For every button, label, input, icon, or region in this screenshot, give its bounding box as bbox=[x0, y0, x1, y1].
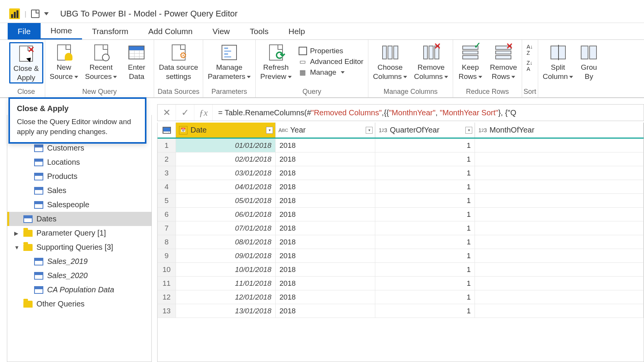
table-row[interactable]: 1010/01/201820181 bbox=[158, 263, 644, 277]
qat-customize-caret-icon[interactable] bbox=[44, 12, 49, 15]
properties-button[interactable]: Properties bbox=[299, 47, 363, 55]
table-row[interactable]: 505/01/201820181 bbox=[158, 194, 644, 208]
table-row[interactable]: 606/01/201820181 bbox=[158, 208, 644, 221]
cell-monthofyear[interactable] bbox=[475, 139, 644, 152]
cell-year[interactable]: 2018 bbox=[276, 304, 375, 318]
tab-home[interactable]: Home bbox=[41, 23, 82, 39]
query-locations[interactable]: Locations bbox=[7, 155, 151, 169]
table-row[interactable]: 202/01/201820181 bbox=[158, 152, 644, 166]
query-sales-2019[interactable]: Sales_2019 bbox=[7, 254, 151, 269]
enter-data-button[interactable]: Enter Data bbox=[121, 42, 152, 81]
column-header-quarterofyear[interactable]: 123 QuarterOfYear ▾ bbox=[375, 123, 475, 138]
tab-add-column[interactable]: Add Column bbox=[138, 23, 203, 39]
query-ca-population[interactable]: CA Population Data bbox=[7, 283, 151, 297]
query-sales-2020[interactable]: Sales_2020 bbox=[7, 269, 151, 283]
cell-year[interactable]: 2018 bbox=[276, 221, 375, 235]
sort-asc-button[interactable]: A↓Z bbox=[527, 44, 533, 56]
text-type-icon[interactable]: ABC bbox=[279, 126, 288, 135]
cell-monthofyear[interactable] bbox=[475, 304, 644, 318]
cell-date[interactable]: 11/01/2018 bbox=[176, 277, 276, 290]
new-source-button[interactable]: New Source bbox=[47, 42, 81, 81]
cell-date[interactable]: 02/01/2018 bbox=[176, 152, 276, 166]
cell-quarterofyear[interactable]: 1 bbox=[375, 221, 475, 235]
cell-quarterofyear[interactable]: 1 bbox=[375, 277, 475, 290]
formula-cancel-button[interactable]: ✕ bbox=[158, 105, 176, 121]
cell-year[interactable]: 2018 bbox=[276, 249, 375, 262]
choose-columns-button[interactable]: Choose Columns bbox=[370, 42, 410, 81]
remove-rows-button[interactable]: Remove Rows bbox=[487, 42, 520, 81]
advanced-editor-button[interactable]: Advanced Editor bbox=[299, 57, 363, 66]
column-header-monthofyear[interactable]: 123 MonthOfYear bbox=[475, 123, 644, 138]
fx-icon[interactable]: ƒx bbox=[194, 105, 213, 121]
column-header-date[interactable]: 📅 Date ▾ bbox=[176, 123, 276, 138]
cell-date[interactable]: 12/01/2018 bbox=[176, 290, 276, 304]
table-row[interactable]: 1212/01/201820181 bbox=[158, 290, 644, 304]
cell-date[interactable]: 01/01/2018 bbox=[176, 139, 276, 152]
folder-supporting-queries[interactable]: ▼Supporting Queries [3] bbox=[7, 240, 151, 254]
table-row[interactable]: 404/01/201820181 bbox=[158, 180, 644, 194]
recent-sources-button[interactable]: Recent Sources bbox=[82, 42, 120, 81]
table-row[interactable]: 1111/01/201820181 bbox=[158, 277, 644, 290]
tab-tools[interactable]: Tools bbox=[240, 23, 278, 39]
select-all-corner[interactable] bbox=[158, 123, 176, 138]
cell-date[interactable]: 10/01/2018 bbox=[176, 263, 276, 276]
table-row[interactable]: 707/01/201820181 bbox=[158, 221, 644, 235]
date-type-icon[interactable]: 📅 bbox=[179, 126, 187, 134]
cell-monthofyear[interactable] bbox=[475, 166, 644, 180]
cell-year[interactable]: 2018 bbox=[276, 166, 375, 180]
cell-monthofyear[interactable] bbox=[475, 221, 644, 235]
cell-year[interactable]: 2018 bbox=[276, 194, 375, 207]
column-header-year[interactable]: ABC Year ▾ bbox=[276, 123, 375, 138]
cell-quarterofyear[interactable]: 1 bbox=[375, 194, 475, 207]
split-column-button[interactable]: Split Column bbox=[540, 42, 576, 81]
tab-view[interactable]: View bbox=[202, 23, 240, 39]
cell-monthofyear[interactable] bbox=[475, 249, 644, 262]
formula-input[interactable]: = Table.RenameColumns(#"Removed Columns"… bbox=[213, 108, 644, 117]
cell-quarterofyear[interactable]: 1 bbox=[375, 139, 475, 152]
cell-year[interactable]: 2018 bbox=[276, 290, 375, 304]
cell-quarterofyear[interactable]: 1 bbox=[375, 180, 475, 193]
group-by-button[interactable]: Grou By bbox=[577, 42, 601, 81]
folder-other-queries[interactable]: Other Queries bbox=[7, 297, 151, 311]
query-dates[interactable]: Dates bbox=[7, 212, 151, 226]
number-type-icon[interactable]: 123 bbox=[478, 126, 487, 135]
keep-rows-button[interactable]: Keep Rows bbox=[455, 42, 486, 81]
save-icon[interactable] bbox=[31, 10, 39, 18]
cell-monthofyear[interactable] bbox=[475, 235, 644, 249]
table-row[interactable]: 101/01/201820181 bbox=[158, 139, 644, 152]
manage-button[interactable]: Manage bbox=[299, 68, 363, 77]
table-row[interactable]: 303/01/201820181 bbox=[158, 166, 644, 180]
cell-quarterofyear[interactable]: 1 bbox=[375, 166, 475, 180]
cell-monthofyear[interactable] bbox=[475, 263, 644, 276]
cell-quarterofyear[interactable]: 1 bbox=[375, 304, 475, 318]
cell-date[interactable]: 06/01/2018 bbox=[176, 208, 276, 221]
filter-dropdown-icon[interactable]: ▾ bbox=[465, 127, 472, 134]
tab-transform[interactable]: Transform bbox=[82, 23, 138, 39]
cell-year[interactable]: 2018 bbox=[276, 208, 375, 221]
table-row[interactable]: 909/01/201820181 bbox=[158, 249, 644, 263]
cell-quarterofyear[interactable]: 1 bbox=[375, 152, 475, 166]
table-row[interactable]: 1313/01/201820181 bbox=[158, 304, 644, 318]
formula-commit-button[interactable]: ✓ bbox=[176, 105, 194, 121]
cell-quarterofyear[interactable]: 1 bbox=[375, 290, 475, 304]
manage-parameters-button[interactable]: Manage Parameters bbox=[205, 42, 254, 81]
tab-file[interactable]: File bbox=[8, 23, 41, 39]
table-row[interactable]: 808/01/201820181 bbox=[158, 235, 644, 249]
cell-year[interactable]: 2018 bbox=[276, 180, 375, 193]
tab-help[interactable]: Help bbox=[279, 23, 315, 39]
cell-date[interactable]: 09/01/2018 bbox=[176, 249, 276, 262]
sort-desc-button[interactable]: Z↓A bbox=[527, 60, 533, 72]
cell-monthofyear[interactable] bbox=[475, 277, 644, 290]
cell-quarterofyear[interactable]: 1 bbox=[375, 263, 475, 276]
remove-columns-button[interactable]: Remove Columns bbox=[411, 42, 451, 81]
cell-date[interactable]: 08/01/2018 bbox=[176, 235, 276, 249]
collapse-caret-icon[interactable]: ▼ bbox=[14, 244, 20, 251]
filter-dropdown-icon[interactable]: ▾ bbox=[266, 127, 273, 134]
cell-monthofyear[interactable] bbox=[475, 290, 644, 304]
data-source-settings-button[interactable]: ⚙ Data source settings bbox=[156, 42, 201, 81]
cell-year[interactable]: 2018 bbox=[276, 263, 375, 276]
folder-parameter-query[interactable]: ▶Parameter Query [1] bbox=[7, 226, 151, 240]
cell-date[interactable]: 04/01/2018 bbox=[176, 180, 276, 193]
cell-year[interactable]: 2018 bbox=[276, 152, 375, 166]
cell-quarterofyear[interactable]: 1 bbox=[375, 208, 475, 221]
